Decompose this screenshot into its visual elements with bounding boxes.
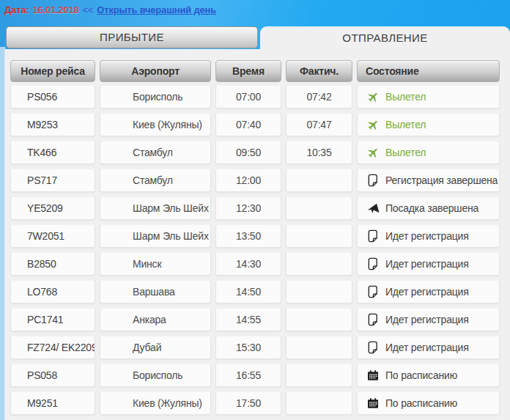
- column-header-airport: Аэропорт: [100, 60, 211, 82]
- actual-time: 07:42: [306, 91, 331, 103]
- airport-cell: Шарм Эль Шейх: [100, 196, 211, 220]
- document-icon: [366, 257, 380, 270]
- table-body: PS056 Борисполь 07:00 07:42 Вылетел M925…: [10, 85, 500, 420]
- status-label: Идет регистрация: [385, 281, 469, 303]
- table-row: 7W2051 Шарм Эль Шейх 13:50 Идет регистра…: [10, 224, 500, 248]
- airport-name: Шарм Эль Шейх: [133, 230, 209, 242]
- scheduled-time: 16:55: [236, 369, 261, 381]
- table-row: PS058 Борисполь 16:55 По расписанию: [10, 364, 500, 387]
- scheduled-time-cell: 09:50: [215, 141, 281, 164]
- airport-name: Борисполь: [133, 91, 182, 103]
- flight-number: M9253: [27, 119, 58, 130]
- airport-name: Стамбул: [133, 174, 173, 186]
- plane-departed-icon: [366, 118, 380, 131]
- airport-name: Минск: [133, 258, 161, 270]
- status-cell: Идет регистрация: [357, 308, 500, 331]
- table-row: M9251 Киев (Жуляны) 17:50 По расписанию: [10, 391, 500, 415]
- left-edge-strip: [0, 47, 5, 420]
- flight-number-cell: FZ724/ EK2209: [10, 336, 95, 359]
- status-cell: Идет регистрация: [357, 252, 500, 276]
- table-header-row: Номер рейса Аэропорт Время Фактич. Состо…: [10, 60, 500, 82]
- column-header-flight: Номер рейса: [10, 60, 95, 82]
- calendar-icon: [366, 397, 380, 410]
- back-arrows: <<: [83, 4, 94, 15]
- plane-boarding-icon: [366, 202, 380, 215]
- scheduled-time-cell: 14:50: [215, 280, 281, 303]
- scheduled-time-cell: 16:55: [215, 364, 281, 387]
- flight-number-cell: TK466: [10, 141, 95, 164]
- table-row: YE5209 Шарм Эль Шейх 12:30 Посадка завер…: [10, 196, 500, 220]
- airport-cell: Борисполь: [100, 364, 211, 387]
- airport-name: Киев (Жуляны): [133, 119, 202, 130]
- flight-number-cell: PS717: [10, 169, 95, 192]
- airport-cell: Борисполь: [100, 85, 211, 108]
- scheduled-time-cell: 14:30: [215, 252, 281, 276]
- topbar: Дата: 16.01.2018 << Открыть вчерашний де…: [4, 2, 216, 17]
- actual-time-cell: [286, 252, 352, 276]
- column-header-time: Время: [215, 60, 281, 82]
- flight-number-cell: LO768: [10, 280, 95, 303]
- actual-time-cell: [286, 336, 352, 359]
- table-row: PS056 Борисполь 07:00 07:42 Вылетел: [10, 85, 500, 108]
- airport-name: Киев (Жуляны): [133, 397, 202, 409]
- table-row: TK466 Стамбул 09:50 10:35 Вылетел: [10, 141, 500, 164]
- actual-time-cell: [286, 280, 352, 303]
- scheduled-time: 17:50: [236, 397, 261, 409]
- status-label: Идет регистрация: [385, 253, 469, 275]
- flight-number-cell: PS058: [10, 364, 95, 387]
- scheduled-time-cell: 12:30: [215, 196, 281, 220]
- airport-name: Анкара: [133, 314, 166, 325]
- airport-cell: Киев (Жуляны): [100, 113, 211, 136]
- scheduled-time: 15:30: [236, 342, 261, 353]
- actual-time-cell: [286, 391, 352, 415]
- airport-cell: Анкара: [100, 308, 211, 331]
- status-label: Посадка завершена: [385, 197, 478, 219]
- scheduled-time-cell: 15:30: [215, 336, 281, 359]
- flight-number: PS058: [27, 369, 57, 381]
- status-label: Регистрация завершена: [385, 169, 498, 191]
- document-icon: [366, 174, 380, 187]
- flight-number-cell: PC1741: [10, 308, 95, 331]
- plane-departed-icon: [366, 90, 380, 103]
- status-label: Идет регистрация: [385, 225, 469, 247]
- tab-arrivals[interactable]: ПРИБЫТИЕ: [6, 26, 258, 48]
- actual-time-cell: 10:35: [286, 141, 352, 164]
- flight-number: PS717: [27, 174, 57, 186]
- status-label: По расписанию: [385, 392, 457, 414]
- status-label: Идет регистрация: [385, 309, 469, 331]
- tab-departures[interactable]: ОТПРАВЛЕНИЕ: [260, 26, 510, 49]
- flight-number: B2850: [27, 258, 56, 270]
- table-row: LO768 Варшава 14:50 Идет регистрация: [10, 280, 500, 303]
- scheduled-time: 07:00: [236, 91, 261, 103]
- flight-number: FZ724/ EK2209: [27, 342, 95, 353]
- status-cell: Идет регистрация: [357, 336, 500, 359]
- scheduled-time-cell: 07:00: [215, 85, 281, 108]
- airport-cell: Киев (Жуляны): [100, 391, 211, 415]
- flight-number: YE5209: [27, 202, 63, 214]
- document-icon: [366, 341, 380, 354]
- flight-number-cell: M9251: [10, 391, 95, 415]
- flight-number: M9251: [27, 397, 58, 409]
- flights-table: Номер рейса Аэропорт Время Фактич. Состо…: [10, 60, 500, 420]
- document-icon: [366, 313, 380, 326]
- table-row: FZ724/ EK2209 Дубай 15:30 Идет регистрац…: [10, 336, 500, 359]
- status-cell: Вылетел: [357, 141, 500, 164]
- scheduled-time-cell: 07:40: [215, 113, 281, 136]
- status-label: Вылетел: [385, 114, 426, 136]
- status-cell: Идет регистрация: [357, 280, 500, 303]
- scheduled-time: 07:40: [236, 119, 261, 130]
- status-label: Вылетел: [385, 141, 426, 163]
- actual-time-cell: [286, 196, 352, 220]
- scheduled-time-cell: 14:55: [215, 308, 281, 331]
- scheduled-time: 14:55: [236, 314, 261, 325]
- airport-cell: Дубай: [100, 336, 211, 359]
- open-yesterday-link[interactable]: Открыть вчерашний день: [97, 4, 216, 15]
- flight-number-cell: PS056: [10, 85, 95, 108]
- airport-cell: Стамбул: [100, 141, 211, 164]
- actual-time-cell: 07:47: [286, 113, 352, 136]
- column-header-status: Состояние: [357, 60, 500, 82]
- airport-cell: Стамбул: [100, 169, 211, 192]
- actual-time-cell: 07:42: [286, 85, 352, 108]
- status-label: Вылетел: [385, 86, 426, 108]
- flight-number: PS056: [27, 91, 57, 103]
